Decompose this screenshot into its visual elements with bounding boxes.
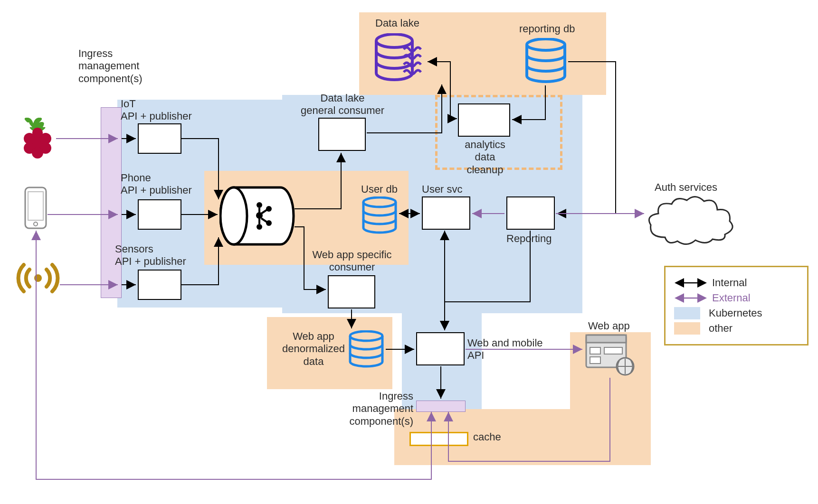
sensors-publisher-box [138,270,181,300]
svg-point-13 [257,202,262,208]
webapp-consumer-box [328,275,375,308]
analytics-cleanup-label: analytics data cleanup [454,139,516,176]
reporting-box [506,196,555,230]
data-lake-consumer-label: Data lake general consumer [293,92,392,117]
cache-label: cache [473,431,501,443]
svg-point-6 [32,128,43,138]
sensors-publisher-label: Sensors API + publisher [115,243,186,268]
svg-point-5 [32,147,43,159]
web-mobile-api-box [416,332,465,365]
cache-box [409,432,468,446]
legend-internal-label: Internal [712,277,747,289]
web-app-icon [584,333,637,377]
web-app-label: Web app [588,320,630,332]
analytics-cleanup-box [458,103,510,137]
cloud-icon [646,195,736,247]
user-svc-box [422,196,470,230]
webapp-denorm-label: Web app denormalized data [280,330,347,368]
svg-point-22 [527,39,565,50]
legend-external-label: External [712,292,751,304]
web-mobile-api-label: Web and mobile API [467,337,548,362]
user-db-icon [361,196,398,236]
user-svc-label: User svc [422,183,463,196]
ingress-left-bar [101,107,122,298]
legend-swatch-kubernetes [674,307,700,319]
sensor-icon [16,256,60,300]
iot-publisher-box [138,123,181,154]
data-lake-consumer-box [318,118,366,151]
svg-point-12 [220,187,247,244]
legend: Internal External Kubernetes other [664,266,808,345]
webapp-consumer-label: Web app specific consumer [302,249,402,274]
svg-point-9 [34,222,38,226]
legend-internal: Internal [674,277,799,289]
phone-icon [24,186,48,230]
svg-point-24 [350,331,382,341]
svg-point-10 [34,274,42,282]
kafka-icon [219,180,295,252]
ingress-left-label: Ingress management component(s) [78,47,143,85]
svg-rect-29 [604,347,622,354]
data-lake-label: Data lake [375,17,419,29]
svg-point-23 [363,197,396,207]
iot-publisher-label: IoT API + publisher [121,98,192,123]
phone-publisher-label: Phone API + publisher [121,172,192,197]
data-lake-db-icon [374,33,427,85]
webapp-denorm-db-icon [348,330,385,370]
reporting-label: Reporting [506,233,552,245]
svg-rect-28 [590,357,600,364]
legend-kubernetes-label: Kubernetes [709,307,762,319]
legend-external: External [674,292,799,304]
ingress-bottom-label: Ingress management component(s) [348,390,413,428]
svg-rect-8 [28,192,43,220]
legend-swatch-other [674,322,700,335]
user-db-label: User db [361,183,398,196]
legend-other-label: other [709,322,732,335]
reporting-db-icon [524,38,567,85]
phone-publisher-box [138,199,181,230]
svg-rect-26 [586,335,626,343]
architecture-diagram: Ingress management component(s) Io [0,0,818,504]
svg-point-15 [257,224,262,230]
ingress-bottom-bar [416,401,466,412]
svg-rect-27 [590,347,600,354]
auth-label: Auth services [655,181,717,194]
legend-other: other [674,322,799,335]
reporting-db-label: reporting db [519,23,575,35]
legend-kubernetes: Kubernetes [674,307,799,319]
raspberry-pi-icon [19,118,56,159]
svg-point-21 [376,34,412,47]
